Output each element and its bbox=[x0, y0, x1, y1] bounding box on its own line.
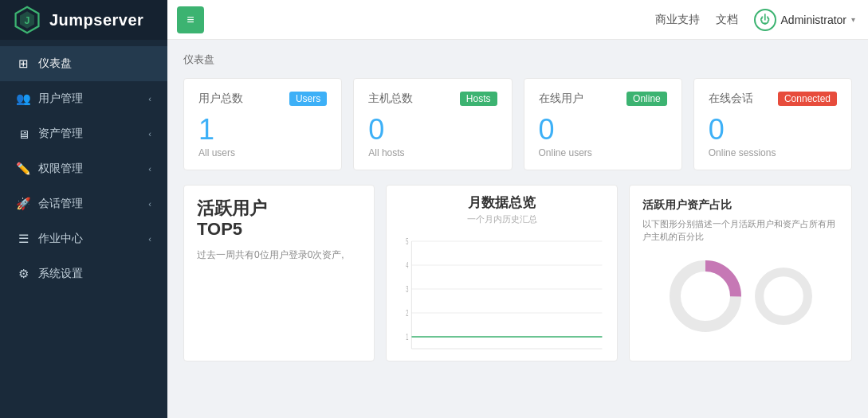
jumpserver-logo-icon: J bbox=[13, 6, 41, 34]
active-users-title-line1: 活跃用户 bbox=[197, 198, 267, 218]
sidebar-menu: ⊞ 仪表盘 👥 用户管理 ‹ 🖥 资产管理 ‹ ✏️ 权限管理 ‹ bbox=[0, 40, 167, 418]
chart-subtitle: 一个月内历史汇总 bbox=[399, 213, 604, 225]
commercial-support-link[interactable]: 商业支持 bbox=[655, 13, 700, 27]
svg-point-17 bbox=[760, 272, 808, 320]
stat-title-users: 用户总数 bbox=[198, 92, 243, 106]
dashboard-icon: ⊞ bbox=[16, 57, 30, 71]
stat-number-online: 0 bbox=[539, 114, 667, 146]
donut-chart-svg bbox=[666, 256, 745, 336]
stat-badge-connected: Connected bbox=[778, 92, 837, 106]
content-area: 仪表盘 用户总数 Users 1 All users 主机总数 Hosts 0 … bbox=[167, 40, 868, 418]
stat-header-sessions: 在线会话 Connected bbox=[709, 92, 837, 106]
main-area: ≡ 商业支持 文档 ⏻ Administrator ▾ 仪表盘 用户总数 Use… bbox=[167, 0, 868, 418]
sidebar-item-label-dashboard: 仪表盘 bbox=[38, 57, 72, 71]
topbar: ≡ 商业支持 文档 ⏻ Administrator ▾ bbox=[167, 0, 868, 40]
stat-card-online-users: 在线用户 Online 0 Online users bbox=[524, 78, 682, 170]
svg-text:4: 4 bbox=[406, 260, 408, 271]
stat-header-users: 用户总数 Users bbox=[198, 92, 327, 106]
jobs-icon: ☰ bbox=[16, 232, 30, 246]
chevron-icon-perms: ‹ bbox=[148, 164, 151, 174]
hamburger-button[interactable]: ≡ bbox=[177, 6, 204, 33]
breadcrumb: 仪表盘 bbox=[183, 53, 852, 67]
sidebar-item-assets[interactable]: 🖥 资产管理 ‹ bbox=[0, 116, 167, 151]
settings-icon: ⚙ bbox=[16, 267, 30, 281]
svg-text:1: 1 bbox=[406, 332, 408, 342]
donut-chart-svg2 bbox=[752, 264, 815, 328]
svg-text:J: J bbox=[24, 15, 29, 26]
chevron-icon-users: ‹ bbox=[148, 94, 151, 104]
monthly-chart-panel: 月数据总览 一个月内历史汇总 5 4 3 2 bbox=[386, 185, 618, 361]
topbar-right: 商业支持 文档 ⏻ Administrator ▾ bbox=[655, 9, 855, 31]
sidebar-item-dashboard[interactable]: ⊞ 仪表盘 bbox=[0, 46, 167, 81]
bottom-row: 活跃用户 TOP5 过去一周共有0位用户登录0次资产, 月数据总览 一个月内历史… bbox=[183, 185, 852, 361]
sidebar-item-jobs[interactable]: ☰ 作业中心 ‹ bbox=[0, 221, 167, 256]
stat-label-users: All users bbox=[198, 147, 327, 158]
stat-title-sessions: 在线会话 bbox=[709, 92, 753, 106]
stat-card-users: 用户总数 Users 1 All users bbox=[183, 78, 342, 170]
stat-title-online: 在线用户 bbox=[539, 92, 583, 106]
stat-card-sessions: 在线会话 Connected 0 Online sessions bbox=[693, 78, 852, 170]
sidebar-item-settings[interactable]: ⚙ 系统设置 bbox=[0, 256, 167, 291]
users-icon: 👥 bbox=[16, 92, 30, 106]
active-users-title: 活跃用户 TOP5 bbox=[197, 198, 361, 240]
chevron-icon-jobs: ‹ bbox=[148, 234, 151, 244]
stat-card-hosts: 主机总数 Hosts 0 All hosts bbox=[353, 78, 512, 170]
ratio-description: 以下图形分别描述一个月活跃用户和资产占所有用户主机的百分比 bbox=[642, 217, 839, 244]
sidebar-item-label-sessions: 会话管理 bbox=[38, 197, 83, 211]
stat-badge-users: Users bbox=[289, 92, 327, 106]
chevron-icon-assets: ‹ bbox=[148, 129, 151, 139]
sessions-icon: 🚀 bbox=[16, 197, 30, 211]
stat-badge-hosts: Hosts bbox=[460, 92, 497, 106]
admin-chevron-icon: ▾ bbox=[851, 15, 855, 24]
sidebar-item-sessions[interactable]: 🚀 会话管理 ‹ bbox=[0, 186, 167, 221]
sidebar-item-label-settings: 系统设置 bbox=[38, 267, 83, 281]
stat-header-online: 在线用户 Online bbox=[539, 92, 667, 106]
donut-area bbox=[642, 253, 839, 336]
stat-title-hosts: 主机总数 bbox=[368, 92, 413, 106]
sidebar: J Jumpserver ⊞ 仪表盘 👥 用户管理 ‹ 🖥 资产管理 ‹ bbox=[0, 0, 167, 418]
stats-row: 用户总数 Users 1 All users 主机总数 Hosts 0 All … bbox=[183, 78, 852, 170]
active-users-panel: 活跃用户 TOP5 过去一周共有0位用户登录0次资产, bbox=[183, 185, 375, 361]
power-icon: ⏻ bbox=[754, 9, 776, 31]
sidebar-item-users[interactable]: 👥 用户管理 ‹ bbox=[0, 81, 167, 116]
sidebar-item-label-jobs: 作业中心 bbox=[38, 232, 83, 246]
stat-label-sessions: Online sessions bbox=[709, 147, 837, 158]
stat-badge-online: Online bbox=[626, 92, 667, 106]
chart-title: 月数据总览 bbox=[399, 193, 604, 212]
logo-text: Jumpserver bbox=[49, 11, 143, 29]
asset-ratio-panel: 活跃用户资产占比 以下图形分别描述一个月活跃用户和资产占所有用户主机的百分比 bbox=[629, 185, 852, 361]
svg-text:2: 2 bbox=[406, 308, 408, 318]
admin-name: Administrator bbox=[781, 14, 846, 26]
svg-text:3: 3 bbox=[406, 284, 408, 295]
sidebar-item-label-assets: 资产管理 bbox=[38, 127, 83, 141]
docs-link[interactable]: 文档 bbox=[716, 13, 738, 27]
topbar-left: ≡ bbox=[177, 6, 204, 33]
ratio-title: 活跃用户资产占比 bbox=[642, 198, 839, 213]
sidebar-item-perms[interactable]: ✏️ 权限管理 ‹ bbox=[0, 151, 167, 186]
assets-icon: 🖥 bbox=[16, 127, 30, 141]
stat-number-hosts: 0 bbox=[368, 114, 497, 146]
sidebar-item-label-users: 用户管理 bbox=[38, 92, 83, 106]
admin-menu[interactable]: ⏻ Administrator ▾ bbox=[754, 9, 855, 31]
active-users-title-line2: TOP5 bbox=[197, 219, 242, 239]
sidebar-logo: J Jumpserver bbox=[0, 0, 167, 40]
stat-label-hosts: All hosts bbox=[368, 147, 497, 158]
stat-number-users: 1 bbox=[198, 114, 327, 146]
svg-text:5: 5 bbox=[406, 236, 408, 247]
chevron-icon-sessions: ‹ bbox=[148, 199, 151, 209]
active-users-description: 过去一周共有0位用户登录0次资产, bbox=[197, 248, 361, 263]
chart-svg: 5 4 3 2 1 bbox=[399, 233, 604, 361]
perms-icon: ✏️ bbox=[16, 162, 30, 176]
stat-number-sessions: 0 bbox=[709, 114, 837, 146]
sidebar-item-label-perms: 权限管理 bbox=[38, 162, 83, 176]
stat-label-online: Online users bbox=[539, 147, 667, 158]
chart-area: 5 4 3 2 1 bbox=[399, 233, 604, 361]
hamburger-icon: ≡ bbox=[187, 13, 194, 27]
stat-header-hosts: 主机总数 Hosts bbox=[368, 92, 497, 106]
